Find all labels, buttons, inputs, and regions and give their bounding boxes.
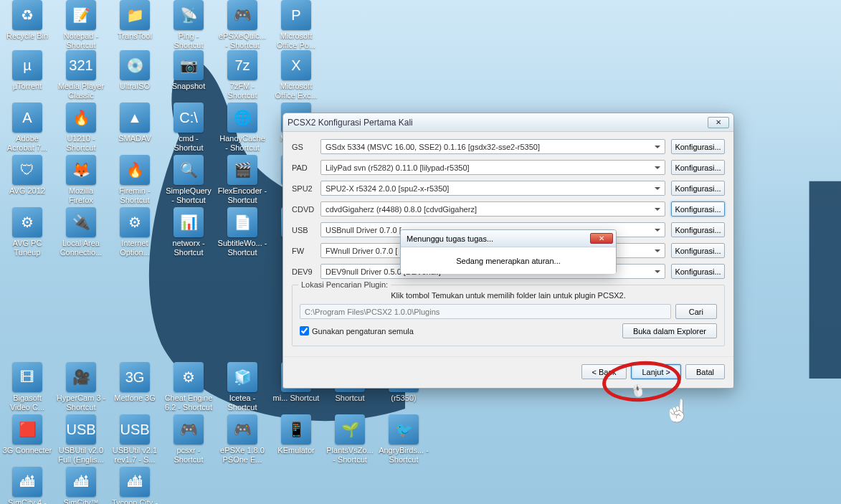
desktop-icon[interactable]: 🌐HandyCache - Shortcut xyxy=(217,103,267,153)
app-icon: 🌱 xyxy=(335,414,365,444)
desktop-icon[interactable]: 🏙Tycoon City - New Y... xyxy=(110,467,160,504)
desktop-icon[interactable]: 🟥3G Connecter xyxy=(2,414,52,455)
use-default-checkbox[interactable]: Gunakan pengaturan semula xyxy=(300,326,618,336)
app-icon: 🔥 xyxy=(120,155,150,185)
use-default-input[interactable] xyxy=(300,326,309,336)
desktop-icon[interactable]: 💿UltraISO xyxy=(110,50,160,91)
desktop-icon[interactable]: 📱KEmulator xyxy=(271,414,321,455)
desktop-icon[interactable]: 321Media Player Classic xyxy=(56,50,106,100)
desktop-icon[interactable]: 📡Ping - Shortcut xyxy=(163,0,214,50)
desktop-icon[interactable]: ⚙Internet Option... xyxy=(110,207,160,257)
configure-button-cdvd[interactable]: Konfigurasi... xyxy=(671,201,725,217)
plugin-row-spu2: SPU2 SPU2-X r5324 2.0.0 [spu2-x-r5350] K… xyxy=(292,181,725,196)
icon-label: AVG 2012 xyxy=(2,186,52,196)
progress-close-icon[interactable]: ✕ xyxy=(590,233,613,244)
desktop-icon[interactable]: 🎮ePSXeQuic... - Shortcut xyxy=(217,0,267,50)
plugin-combo-gs[interactable]: GSdx 5334 (MSVC 16.00, SSE2) 0.1.16 [gsd… xyxy=(320,139,665,154)
desktop-icon[interactable]: XMicrosoft Office Exc... xyxy=(271,50,321,100)
desktop-icon[interactable]: USBUSBUtil v2.0 Full (Englis... xyxy=(56,414,106,465)
desktop-icon[interactable]: 🎥HyperCam 3 - Shortcut xyxy=(56,362,106,412)
icon-label: Mozilla Firefox xyxy=(56,186,106,205)
icon-label: Recycle Bin xyxy=(2,32,52,41)
desktop-icon[interactable]: 🏙SimCity™ Societies xyxy=(56,467,106,504)
app-icon: 3G xyxy=(120,362,150,392)
dialog-titlebar[interactable]: PCSX2 Konfigurasi Pertama Kali ✕ xyxy=(283,113,733,132)
plugin-combo-spu2[interactable]: SPU2-X r5324 2.0.0 [spu2-x-r5350] xyxy=(320,181,665,196)
plugin-path-field[interactable]: C:\Program Files\PCSX2 1.0.0\Plugins xyxy=(300,304,671,319)
app-icon: 📡 xyxy=(174,0,204,30)
icon-label: Local Area Connectio... xyxy=(56,239,106,257)
configure-button-dev9[interactable]: Konfigurasi... xyxy=(671,264,725,279)
desktop-icon[interactable]: C:\cmd - Shortcut xyxy=(163,103,214,153)
icon-label: HyperCam 3 - Shortcut xyxy=(56,394,106,412)
desktop-icon[interactable]: 📄SubtitleWo... - Shortcut xyxy=(217,207,267,257)
desktop-icon[interactable]: 📝Notepad - Shortcut xyxy=(56,0,106,50)
icon-label: SimCity 4 - Shortcut xyxy=(2,498,52,504)
desktop-icon[interactable]: AAdobe Acrobat 7... xyxy=(2,103,52,153)
desktop-icon[interactable]: 🦊Mozilla Firefox xyxy=(56,155,106,205)
desktop-icon[interactable]: 📊networx - Shortcut xyxy=(163,207,214,257)
desktop-icon[interactable]: ▲SMADAV xyxy=(110,103,160,143)
app-icon: 🎮 xyxy=(174,414,204,444)
cancel-button[interactable]: Batal xyxy=(685,364,725,379)
app-icon: USB xyxy=(120,414,150,444)
desktop-icon[interactable]: 🛡AVG 2012 xyxy=(2,155,52,196)
app-icon: ⚙ xyxy=(174,362,204,392)
configure-button-fw[interactable]: Konfigurasi... xyxy=(671,243,725,258)
desktop-icon[interactable]: 7z7zFM - Shortcut xyxy=(217,50,267,100)
desktop-icon[interactable]: 🔥Firemin - Shortcut xyxy=(110,155,160,205)
icon-label: Shortcut xyxy=(325,394,375,403)
icon-label: USBUtil v2.1 rev1.7 - S... xyxy=(110,446,160,465)
desktop-icon[interactable]: PMicrosoft Office Po... xyxy=(271,0,321,50)
app-icon: 🌐 xyxy=(227,103,257,133)
desktop-icon[interactable]: 📷Snapshot xyxy=(163,50,214,91)
desktop-icon[interactable]: 3GMetfone 3G xyxy=(110,362,160,403)
configure-button-spu2[interactable]: Konfigurasi... xyxy=(671,181,725,196)
desktop-icon[interactable]: 🎮pcsxr - Shortcut xyxy=(163,414,214,465)
group-label: Lokasi Pencarian Plugin: xyxy=(298,280,391,289)
plugin-combo-pad[interactable]: LilyPad svn (r5282) 0.11.0 [lilypad-r535… xyxy=(320,160,665,175)
close-icon[interactable]: ✕ xyxy=(708,117,729,128)
desktop-icon[interactable]: USBUSBUtil v2.1 rev1.7 - S... xyxy=(110,414,160,465)
desktop-icon[interactable]: ⚙Cheat Engine 6.2 - Shortcut xyxy=(163,362,214,412)
configure-button-pad[interactable]: Konfigurasi... xyxy=(671,160,725,175)
icon-label: Ping - Shortcut xyxy=(163,32,214,50)
open-explorer-button[interactable]: Buka dalam Explorer xyxy=(622,323,717,338)
app-icon: 🦊 xyxy=(66,155,96,185)
app-icon: 🏙 xyxy=(66,467,96,497)
desktop-icon[interactable]: 🔍SimpleQuery - Shortcut xyxy=(163,155,214,205)
desktop-icon[interactable]: 🔌Local Area Connectio... xyxy=(56,207,106,257)
desktop-icon[interactable]: 📁TransTool xyxy=(110,0,160,41)
desktop-icon[interactable]: 🎬FlexEncoder - Shortcut xyxy=(217,155,267,205)
search-button[interactable]: Cari xyxy=(675,304,717,319)
app-icon: A xyxy=(12,103,42,133)
app-icon: 📷 xyxy=(174,50,204,80)
progress-title: Menunggu tugas tugas... xyxy=(407,234,590,243)
progress-titlebar[interactable]: Menunggu tugas tugas... ✕ xyxy=(401,230,616,247)
desktop-icon[interactable]: 🎮ePSXe 1.8.0 PSOne E... xyxy=(217,414,267,465)
desktop-icon[interactable]: ♻Recycle Bin xyxy=(2,0,52,41)
icon-label: KEmulator xyxy=(271,446,321,455)
desktop-icon[interactable]: 🧊Icetea - Shortcut xyxy=(217,362,267,412)
app-icon: 📝 xyxy=(66,0,96,30)
desktop-icon[interactable]: 🔥U1210 - Shortcut xyxy=(56,103,106,153)
desktop-icon[interactable]: 🐦AngryBirds... - Shortcut xyxy=(379,414,429,465)
back-button[interactable]: < Back xyxy=(581,364,627,379)
configure-button-usb[interactable]: Konfigurasi... xyxy=(671,222,725,237)
app-icon: 🐦 xyxy=(389,414,419,444)
configure-button-gs[interactable]: Konfigurasi... xyxy=(671,139,725,154)
icon-label: HandyCache - Shortcut xyxy=(217,134,267,153)
icon-label: Microsoft Office Po... xyxy=(271,32,321,50)
icon-label: Icetea - Shortcut xyxy=(217,394,267,412)
plugin-combo-cdvd[interactable]: cdvdGigaherz (r4488) 0.8.0 [cdvdGigaherz… xyxy=(320,201,665,217)
icon-label: USBUtil v2.0 Full (Englis... xyxy=(56,446,106,465)
desktop-icon[interactable]: 🌱PlantsVsZo... - Shortcut xyxy=(325,414,375,465)
app-icon: 🔌 xyxy=(66,207,96,237)
app-icon: 🏙 xyxy=(120,467,150,497)
app-icon: 🎥 xyxy=(66,362,96,392)
desktop-icon[interactable]: ⚙AVG PC Tuneup xyxy=(2,207,52,257)
next-button[interactable]: Lanjut > xyxy=(631,364,680,379)
desktop-icon[interactable]: µµTorrent xyxy=(2,50,52,91)
desktop-icon[interactable]: 🏙SimCity 4 - Shortcut xyxy=(2,467,52,504)
desktop-icon[interactable]: 🎞Bigasoft Video C... xyxy=(2,362,52,412)
